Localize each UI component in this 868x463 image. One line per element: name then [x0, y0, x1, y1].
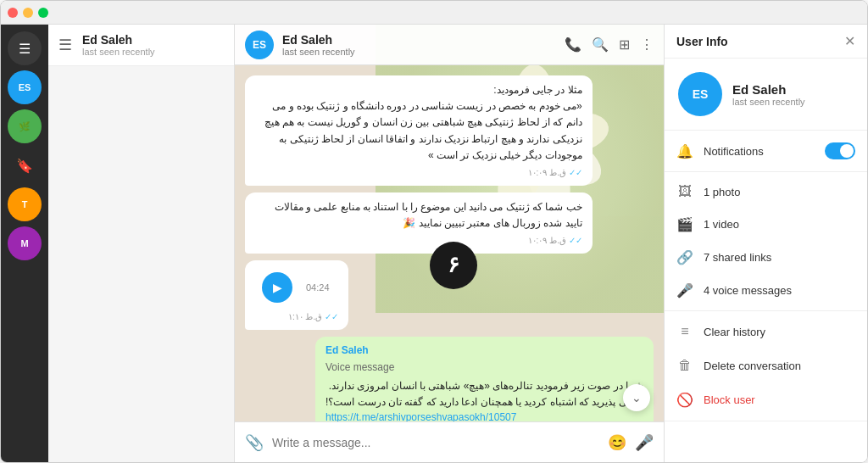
voice-duration: 04:24: [306, 282, 331, 294]
close-window-button[interactable]: [8, 8, 18, 18]
video-label: 1 video: [704, 218, 855, 231]
actions-section: ≡ Clear history 🗑 Delete conversation 🚫 …: [665, 311, 867, 421]
read-receipt: ✓✓: [569, 168, 582, 177]
links-row[interactable]: 🔗 7 shared links: [665, 241, 867, 274]
delete-icon: 🗑: [676, 358, 693, 373]
delete-conversation-button[interactable]: 🗑 Delete conversation: [665, 349, 867, 382]
message-text: مثلا در جایی فرمودید: «می خودم به خصص در…: [255, 82, 582, 164]
chat-list-header-name: Ed Saleh: [82, 33, 155, 47]
hamburger-button[interactable]: ☰: [58, 36, 72, 54]
message-bubble: ▶ 04:24 ۱:۱۰ ق.ط ✓✓: [245, 260, 348, 330]
message-text: شما در صوت زیر فرمودید تنالره‌های «هیچ» …: [326, 378, 643, 410]
sidebar-bookmark-icon[interactable]: 🔖: [8, 148, 42, 182]
message-time: ۱۰:۰۹ ق.ط ✓✓: [255, 167, 582, 179]
columns-icon[interactable]: ⊞: [619, 36, 630, 53]
chat-area: ES Ed Saleh last seen recently 📞 🔍 ⊞ ⋮: [235, 25, 664, 462]
video-row[interactable]: 🎬 1 video: [665, 208, 867, 241]
user-info-title: User Info: [676, 35, 728, 48]
chat-header-actions: 📞 🔍 ⊞ ⋮: [565, 36, 654, 53]
message-bubble: خب شما که ژنتیک می دانید این موضوع را با…: [245, 192, 593, 254]
clear-history-label: Clear history: [704, 326, 765, 338]
more-options-icon[interactable]: ⋮: [640, 36, 654, 53]
chat-input-area: 📎 😊 🎤: [235, 421, 664, 462]
notifications-label: Notifications: [704, 145, 815, 158]
sidebar: ☰ ES 🌿 🔖 T M: [1, 25, 48, 462]
badge-count: ۶: [448, 252, 459, 278]
sidebar-avatar-user1[interactable]: ES: [8, 70, 42, 104]
maximize-window-button[interactable]: [38, 8, 48, 18]
message-input[interactable]: [272, 436, 599, 449]
chat-list-header: ☰ Ed Saleh last seen recently: [48, 25, 234, 66]
user-info-header: User Info ✕: [665, 25, 867, 59]
media-section: 🖼 1 photo 🎬 1 video 🔗 7 shared links 🎤 4…: [665, 172, 867, 311]
minimize-window-button[interactable]: [23, 8, 33, 18]
chat-list: ☰ Ed Saleh last seen recently: [48, 25, 235, 462]
photo-label: 1 photo: [704, 186, 855, 198]
block-icon: 🚫: [676, 392, 693, 408]
chat-contact-status: last seen recently: [282, 47, 556, 57]
block-user-label: Block user: [704, 393, 755, 406]
title-bar: [1, 1, 867, 25]
sidebar-avatar-user4[interactable]: M: [8, 226, 42, 260]
emoji-icon[interactable]: 😊: [608, 433, 626, 452]
message-sender: Ed Saleh: [326, 343, 643, 358]
message-text: خب شما که ژنتیک می دانید این موضوع را با…: [255, 199, 582, 232]
clear-history-button[interactable]: ≡ Clear history: [665, 315, 867, 349]
link-icon: 🔗: [676, 249, 693, 265]
voice-icon: 🎤: [676, 282, 693, 298]
attachment-icon[interactable]: 📎: [245, 433, 264, 452]
notifications-toggle[interactable]: [825, 142, 855, 159]
unread-badge: ۶: [430, 242, 477, 289]
main-content: ☰ ES 🌿 🔖 T M ☰ Ed Saleh last seen recent…: [1, 25, 867, 462]
message-time: ۱۰:۰۹ ق.ط ✓✓: [255, 235, 582, 247]
links-label: 7 shared links: [704, 251, 855, 264]
close-user-info-button[interactable]: ✕: [844, 33, 855, 49]
user-info-status: last seen recently: [732, 97, 805, 107]
user-info-panel: User Info ✕ ES Ed Saleh last seen recent…: [664, 25, 867, 462]
chat-header-avatar: ES: [245, 31, 274, 59]
notifications-row[interactable]: 🔔 Notifications: [665, 134, 867, 168]
photo-icon: 🖼: [676, 184, 693, 199]
app-window: ☰ ES 🌿 🔖 T M ☰ Ed Saleh last seen recent…: [0, 0, 868, 463]
call-icon[interactable]: 📞: [565, 36, 581, 53]
user-info-details: Ed Saleh last seen recently: [732, 82, 805, 107]
read-receipt: ✓✓: [569, 236, 582, 245]
message-time: ۱:۱۰ ق.ط ✓✓: [255, 311, 338, 323]
link-1[interactable]: https://t.me/arshivporseshvapasokh/10507: [326, 410, 643, 421]
sidebar-menu-button[interactable]: ☰: [8, 31, 42, 65]
user-info-name: Ed Saleh: [732, 82, 805, 97]
voice-label: Voice message: [326, 360, 643, 375]
chat-header-info: Ed Saleh last seen recently: [282, 33, 556, 57]
video-icon: 🎬: [676, 216, 693, 232]
search-icon[interactable]: 🔍: [592, 36, 609, 53]
block-user-button[interactable]: 🚫 Block user: [665, 382, 867, 417]
window-controls: [8, 8, 48, 18]
delete-conversation-label: Delete conversation: [704, 360, 801, 372]
chat-header: ES Ed Saleh last seen recently 📞 🔍 ⊞ ⋮: [235, 25, 664, 65]
user-info-profile: ES Ed Saleh last seen recently: [665, 59, 867, 131]
voice-row[interactable]: 🎤 4 voice messages: [665, 274, 867, 307]
bell-icon: 🔔: [676, 143, 693, 159]
sidebar-avatar-user3[interactable]: T: [8, 187, 42, 221]
voice-message: ▶ 04:24: [255, 267, 338, 308]
message-bubble: مثلا در جایی فرمودید: «می خودم به خصص در…: [245, 75, 593, 186]
mic-icon[interactable]: 🎤: [635, 433, 654, 452]
user-info-avatar: ES: [678, 72, 722, 116]
message-bubble: Ed Saleh Voice message شما در صوت زیر فر…: [315, 337, 654, 421]
voice-label-info: 4 voice messages: [704, 284, 855, 297]
chat-contact-name: Ed Saleh: [282, 33, 556, 47]
scroll-bottom-button[interactable]: ⌄: [623, 384, 650, 411]
notifications-section: 🔔 Notifications: [665, 131, 867, 172]
chat-list-header-status: last seen recently: [82, 47, 155, 57]
play-button[interactable]: ▶: [262, 272, 292, 303]
clear-history-icon: ≡: [676, 324, 693, 339]
sidebar-avatar-user2[interactable]: 🌿: [8, 109, 42, 143]
photo-row[interactable]: 🖼 1 photo: [665, 176, 867, 208]
read-receipt: ✓✓: [325, 312, 338, 321]
